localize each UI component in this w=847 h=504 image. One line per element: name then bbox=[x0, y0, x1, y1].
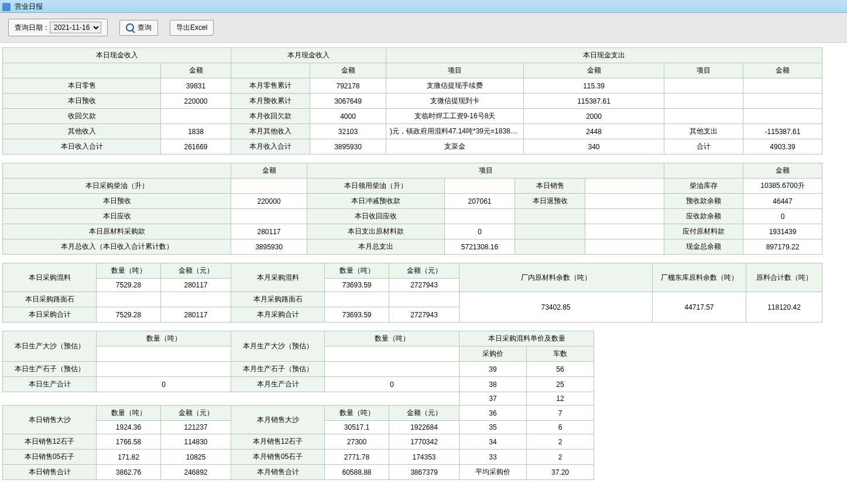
cell: 280117 bbox=[161, 279, 231, 292]
cell: 本月生产合计 bbox=[231, 377, 325, 392]
cell: 原料合计数（吨） bbox=[746, 263, 822, 292]
date-select[interactable]: 2021-11-16 bbox=[50, 22, 101, 33]
cell: 柴油库存 bbox=[664, 179, 743, 194]
hdr-qty: 数量（吨） bbox=[325, 406, 389, 421]
cell: 114830 bbox=[161, 434, 231, 450]
cell: 本月销售12石子 bbox=[231, 434, 325, 450]
cell: 本日支出原材料款 bbox=[307, 224, 445, 239]
cell bbox=[585, 209, 664, 224]
cell: 44717.57 bbox=[653, 292, 746, 323]
cell bbox=[585, 179, 664, 194]
cell: 支微信提现手续费 bbox=[386, 78, 524, 94]
cell: 本日预收 bbox=[3, 94, 161, 109]
cell: 本日生产大沙（预估） bbox=[3, 331, 97, 362]
hdr-project: 项目 bbox=[307, 163, 664, 179]
cell: 3895930 bbox=[310, 139, 386, 155]
cell: 本日销售 bbox=[515, 179, 585, 194]
cell bbox=[664, 163, 743, 179]
cell: 本日应收 bbox=[3, 209, 231, 224]
cell: 12 bbox=[527, 392, 594, 406]
cell: 1931439 bbox=[743, 224, 822, 239]
cell: 合计 bbox=[664, 139, 743, 155]
cell: 30517.1 bbox=[325, 421, 389, 434]
hdr-qty: 数量（吨） bbox=[325, 331, 459, 347]
cell bbox=[515, 224, 585, 239]
cell bbox=[445, 209, 515, 224]
hdr-amt: 金额（元） bbox=[389, 263, 459, 279]
produce-sales-table: 本日生产大沙（预估）数量（吨）本月生产大沙（预估）数量（吨）本日采购混料单价及数… bbox=[2, 331, 594, 480]
cell: 1922684 bbox=[389, 421, 459, 434]
cell: 0 bbox=[445, 224, 515, 239]
hdr-amount: 金额 bbox=[231, 163, 307, 179]
cell: 本月采购路面石 bbox=[231, 292, 325, 307]
cell: 73693.59 bbox=[325, 307, 389, 323]
cell: 60588.88 bbox=[325, 465, 389, 480]
cell: 2727943 bbox=[389, 279, 459, 292]
window-title: 营业日报 bbox=[15, 2, 43, 11]
cell bbox=[231, 63, 310, 78]
hdr-amount: 金额 bbox=[310, 63, 386, 78]
cell: 本月销售大沙 bbox=[231, 406, 325, 434]
cell: 32103 bbox=[310, 124, 386, 139]
cell: 261669 bbox=[161, 139, 231, 155]
report-content: 本日现金收入本月现金收入本日现金支出 金额金额项目金额项目金额 本日零售3983… bbox=[0, 43, 847, 500]
toolbar: 查询日期： 2021-11-16 查询 导出Excel bbox=[0, 13, 847, 43]
cell bbox=[515, 209, 585, 224]
cell: 本月零售累计 bbox=[231, 78, 310, 94]
spacer bbox=[3, 392, 459, 406]
cell: 本日销售05石子 bbox=[3, 450, 97, 465]
cell: 3867379 bbox=[389, 465, 459, 480]
cell: 118120.42 bbox=[746, 292, 822, 323]
cell bbox=[97, 362, 231, 377]
cell: 本日销售合计 bbox=[3, 465, 97, 480]
cell: 207061 bbox=[445, 194, 515, 209]
cell: 115.39 bbox=[524, 78, 664, 94]
cell: 本日采购混料 bbox=[3, 263, 97, 292]
hdr-price-col: 采购价 bbox=[459, 347, 527, 362]
cell: 792178 bbox=[310, 78, 386, 94]
cell: 340 bbox=[524, 139, 664, 155]
hdr-project: 项目 bbox=[664, 63, 743, 78]
cell: 本月预收累计 bbox=[231, 94, 310, 109]
cell: 37 bbox=[459, 392, 527, 406]
cell bbox=[325, 362, 459, 377]
hdr-qty: 数量（吨） bbox=[325, 263, 389, 279]
cell: 7529.28 bbox=[97, 279, 161, 292]
query-button[interactable]: 查询 bbox=[119, 20, 158, 36]
cell: 0 bbox=[97, 377, 231, 392]
cell: 56 bbox=[527, 362, 594, 377]
cell: 3862.76 bbox=[97, 465, 161, 480]
hdr-amt: 金额（元） bbox=[161, 406, 231, 421]
cell: 应收款余额 bbox=[664, 209, 743, 224]
cell: 现金总余额 bbox=[664, 239, 743, 255]
hdr-amt: 金额（元） bbox=[389, 406, 459, 421]
cell: 0 bbox=[325, 377, 459, 392]
cell: 246892 bbox=[161, 465, 231, 480]
cell: 本日冲减预收款 bbox=[307, 194, 445, 209]
cell bbox=[3, 163, 231, 179]
cell: 2771.78 bbox=[325, 450, 389, 465]
export-button[interactable]: 导出Excel bbox=[170, 20, 214, 36]
hdr-project: 项目 bbox=[386, 63, 524, 78]
cell bbox=[585, 239, 664, 255]
cell: 6 bbox=[527, 421, 594, 434]
cell: 73693.59 bbox=[325, 279, 389, 292]
cell: 115387.61 bbox=[524, 94, 664, 109]
cell bbox=[97, 292, 161, 307]
cell bbox=[743, 94, 822, 109]
cell: 4000 bbox=[310, 109, 386, 124]
cell: 其他收入 bbox=[3, 124, 161, 139]
cell: 33 bbox=[459, 450, 527, 465]
cash-table: 本日现金收入本月现金收入本日现金支出 金额金额项目金额项目金额 本日零售3983… bbox=[2, 47, 822, 155]
cell bbox=[515, 239, 585, 255]
cell bbox=[664, 94, 743, 109]
cell: 支菜金 bbox=[386, 139, 524, 155]
cell: 应付原材料款 bbox=[664, 224, 743, 239]
cell bbox=[585, 194, 664, 209]
hdr-amount: 金额 bbox=[743, 63, 822, 78]
cell: 本月收入合计 bbox=[231, 139, 310, 155]
cell: 2727943 bbox=[389, 307, 459, 323]
cell bbox=[161, 109, 231, 124]
cell: 本日零售 bbox=[3, 78, 161, 94]
cell: 收回欠款 bbox=[3, 109, 161, 124]
